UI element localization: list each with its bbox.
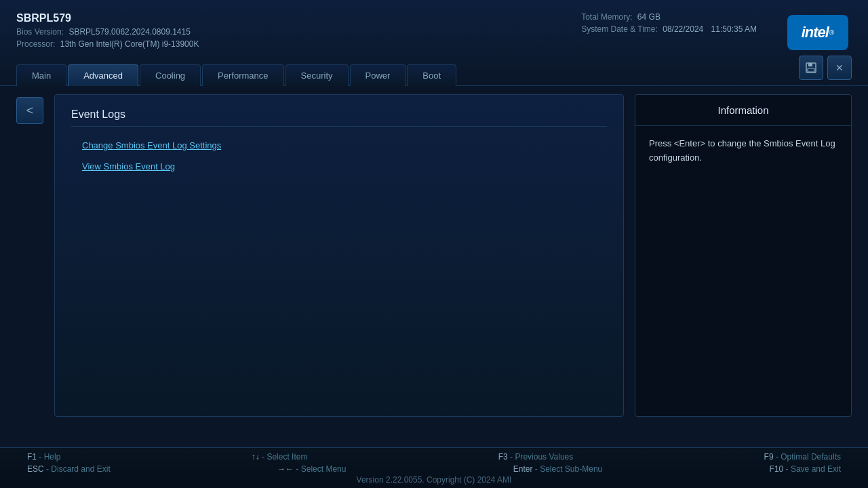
shortcut-arrows: ↑↓ - Select Item xyxy=(252,452,308,462)
main-content: < Event Logs Change Smbios Event Log Set… xyxy=(0,86,868,425)
footer-shortcuts-row2: ESC - Discard and Exit →← - Select Menu … xyxy=(27,464,841,474)
toolbar-icons: ✕ xyxy=(799,56,852,80)
shortcut-lr-arrows: →← - Select Menu xyxy=(277,464,346,474)
section-title: Event Logs xyxy=(71,108,607,127)
board-name: SBRPL579 xyxy=(16,12,199,24)
processor-line: Processor: 13th Gen Intel(R) Core(TM) i9… xyxy=(16,39,199,49)
processor-value: 13th Gen Intel(R) Core(TM) i9-13900K xyxy=(60,39,199,49)
memory-label: Total Memory: xyxy=(581,12,632,22)
processor-label: Processor: xyxy=(16,39,55,49)
tab-performance[interactable]: Performance xyxy=(202,64,283,86)
datetime-label: System Date & Time: xyxy=(581,24,658,34)
tab-power[interactable]: Power xyxy=(350,64,406,86)
shortcut-enter: Enter - Select Sub-Menu xyxy=(513,464,602,474)
footer-version: Version 2.22.0055. Copyright (C) 2024 AM… xyxy=(27,475,841,485)
memory-line: Total Memory: 64 GB xyxy=(581,12,660,22)
shortcut-f9: F9 - Optimal Defaults xyxy=(764,452,841,462)
datetime-line: System Date & Time: 08/22/2024 11:50:35 … xyxy=(581,24,757,34)
bios-label: Bios Version: xyxy=(16,27,64,37)
bios-value: SBRPL579.0062.2024.0809.1415 xyxy=(68,27,191,37)
info-panel: Information Press <Enter> to change the … xyxy=(635,94,852,417)
nav-tabs: Main Advanced Cooling Performance Securi… xyxy=(16,64,852,85)
date-value: 08/22/2024 xyxy=(663,24,703,34)
shortcut-esc: ESC - Discard and Exit xyxy=(27,464,111,474)
time-value: 11:50:35 AM xyxy=(711,24,757,34)
shortcut-f3: F3 - Previous Values xyxy=(498,452,574,462)
intel-logo: intel ® xyxy=(784,12,852,53)
svg-rect-1 xyxy=(808,63,812,66)
header: SBRPL579 Bios Version: SBRPL579.0062.202… xyxy=(0,0,868,86)
bios-version-line: Bios Version: SBRPL579.0062.2024.0809.14… xyxy=(16,27,199,37)
tab-advanced[interactable]: Advanced xyxy=(68,64,138,86)
back-button[interactable]: < xyxy=(16,97,43,124)
shortcut-f1: F1 - Help xyxy=(27,452,60,462)
svg-rect-2 xyxy=(808,68,814,72)
footer-shortcuts-row1: F1 - Help ↑↓ - Select Item F3 - Previous… xyxy=(27,452,841,462)
menu-item-view-smbios[interactable]: View Smbios Event Log xyxy=(71,156,607,177)
tab-cooling[interactable]: Cooling xyxy=(140,64,201,86)
memory-value: 64 GB xyxy=(637,12,660,22)
system-info: Total Memory: 64 GB System Date & Time: … xyxy=(581,12,757,34)
tab-security[interactable]: Security xyxy=(285,64,349,86)
header-info: SBRPL579 Bios Version: SBRPL579.0062.202… xyxy=(16,12,199,49)
intel-logo-text: intel xyxy=(802,24,829,41)
shortcut-f10: F10 - Save and Exit xyxy=(770,464,841,474)
menu-item-change-smbios[interactable]: Change Smbios Event Log Settings xyxy=(71,135,607,156)
close-button[interactable]: ✕ xyxy=(827,56,852,80)
save-button[interactable] xyxy=(799,56,823,80)
content-panel: Event Logs Change Smbios Event Log Setti… xyxy=(54,94,624,417)
tab-boot[interactable]: Boot xyxy=(407,64,456,86)
info-panel-body: Press <Enter> to change the Smbios Event… xyxy=(635,126,851,176)
back-icon: < xyxy=(26,104,34,118)
info-panel-title: Information xyxy=(635,95,851,126)
footer: F1 - Help ↑↓ - Select Item F3 - Previous… xyxy=(0,447,868,488)
tab-main[interactable]: Main xyxy=(16,64,66,86)
